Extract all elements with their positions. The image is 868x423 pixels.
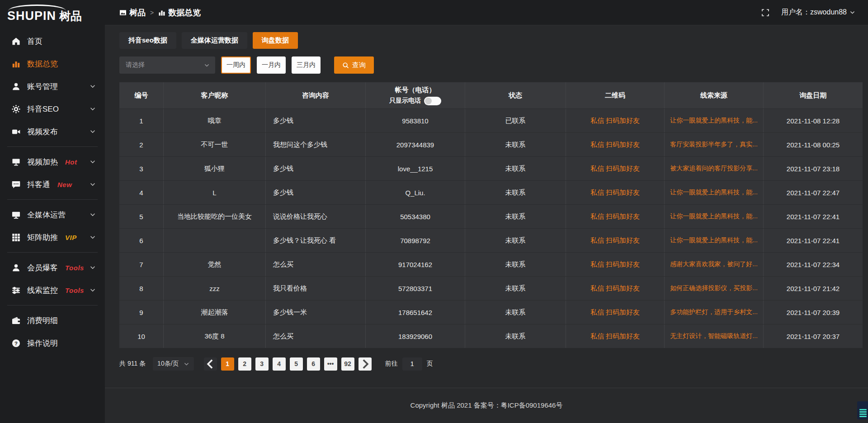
qr-links[interactable]: 私信 扫码加好友: [590, 141, 640, 149]
sidebar-item-label: 全媒体运营: [27, 210, 66, 220]
cell-id: 10: [119, 324, 164, 348]
col-header-nickname: 客户昵称: [164, 82, 266, 108]
chevron-down-icon: [849, 9, 855, 15]
sidebar-item-video-heat[interactable]: 视频加热 Hot: [0, 150, 105, 173]
cell-date: 2021-11-07 23:18: [764, 157, 863, 180]
page-button-3[interactable]: 3: [255, 357, 269, 371]
status-badge: 未联系: [465, 205, 566, 228]
qr-links[interactable]: 私信 扫码加好友: [590, 332, 640, 341]
sidebar-item-account-management[interactable]: 账号管理: [0, 75, 105, 98]
cell-content: 怎么买: [266, 324, 366, 348]
monitor-icon: [12, 211, 20, 219]
source-link[interactable]: 无主灯设计，智能磁吸轨道灯...: [670, 332, 758, 340]
sidebar-item-home[interactable]: 首页: [0, 30, 105, 52]
source-link[interactable]: 如何正确选择投影仪，买投影...: [670, 284, 758, 292]
cell-date: 2021-11-08 00:25: [764, 133, 863, 156]
sidebar-item-douketong[interactable]: 抖客通 New: [0, 173, 105, 196]
qr-links[interactable]: 私信 扫码加好友: [590, 308, 640, 317]
tab-douyin-seo-data[interactable]: 抖音seo数据: [119, 32, 176, 49]
source-link[interactable]: 让你一眼就爱上的黑科技，能...: [670, 117, 758, 125]
status-badge: 未联系: [465, 229, 566, 252]
filter-bar: 请选择 一周内 一月内 三月内 查询: [119, 56, 863, 74]
sidebar-item-lead-monitor[interactable]: 线索监控 Tools: [0, 279, 105, 301]
vip-badge: VIP: [65, 234, 77, 241]
page-button-5[interactable]: 5: [290, 357, 303, 371]
wallet-icon: [12, 316, 20, 325]
page-button-1[interactable]: 1: [221, 357, 234, 371]
col-header-content: 咨询内容: [266, 82, 366, 108]
qr-links[interactable]: 私信 扫码加好友: [590, 260, 640, 269]
account-select[interactable]: 请选择: [119, 56, 215, 74]
page-button-4[interactable]: 4: [273, 357, 286, 371]
page-button-6[interactable]: 6: [307, 357, 320, 371]
search-icon: [342, 62, 349, 69]
query-button[interactable]: 查询: [334, 56, 374, 74]
phone-only-toggle[interactable]: [424, 97, 441, 105]
cell-nickname: [164, 229, 266, 252]
breadcrumb-root[interactable]: 树品: [119, 7, 146, 18]
username-label: 用户名：zswodun88: [781, 8, 847, 17]
source-link[interactable]: 多功能护栏灯，适用于乡村文...: [670, 308, 758, 316]
cell-date: 2021-11-07 22:34: [764, 253, 863, 276]
page-button-92[interactable]: 92: [341, 357, 354, 371]
new-badge: New: [57, 181, 72, 188]
goto-page-input[interactable]: [402, 357, 422, 371]
table-row: 7 觉然 怎么买 917024162 未联系 私信 扫码加好友 感谢大家喜欢我家…: [119, 252, 863, 276]
col-header-account: 帐号（电话） 只显示电话: [366, 82, 465, 108]
user-menu[interactable]: 用户名：zswodun88: [781, 8, 855, 17]
grid-icon: [12, 233, 20, 242]
fullscreen-icon[interactable]: [761, 9, 769, 17]
tab-omnimedia-data[interactable]: 全媒体运营数据: [182, 32, 247, 49]
source-link[interactable]: 被大家追着问的客厅投影分享...: [670, 164, 758, 173]
gear-icon: [12, 105, 20, 113]
qr-links[interactable]: 私信 扫码加好友: [590, 188, 640, 197]
qr-links[interactable]: 私信 扫码加好友: [590, 236, 640, 245]
cell-date: 2021-11-07 21:42: [764, 277, 863, 300]
source-link[interactable]: 让你一眼就爱上的黑科技，能...: [670, 212, 758, 221]
source-link[interactable]: 感谢大家喜欢我家，被问了好...: [670, 260, 758, 268]
page-ellipsis-button[interactable]: •••: [324, 357, 337, 371]
breadcrumb-label: 数据总览: [168, 7, 201, 18]
qr-links[interactable]: 私信 扫码加好友: [590, 212, 640, 221]
qr-links[interactable]: 私信 扫码加好友: [590, 284, 640, 293]
qr-links[interactable]: 私信 扫码加好友: [590, 164, 640, 173]
cell-id: 5: [119, 205, 164, 228]
range-button-month[interactable]: 一月内: [257, 56, 286, 74]
cell-nickname: L: [164, 181, 266, 204]
chevron-down-icon: [90, 212, 96, 218]
prev-page-button[interactable]: [204, 357, 217, 371]
sidebar-item-label: 账号管理: [27, 81, 58, 92]
floating-widget[interactable]: [857, 401, 868, 419]
col-header-id: 编号: [119, 82, 164, 108]
table-row: 3 狐小狸 多少钱 love__1215 未联系 私信 扫码加好友 被大家追着问…: [119, 156, 863, 180]
sidebar-item-label: 会员爆客: [27, 263, 58, 273]
sidebar-item-video-publish[interactable]: 视频发布: [0, 120, 105, 143]
table-row: 1 哦章 多少钱 9583810 已联系 私信 扫码加好友 让你一眼就爱上的黑科…: [119, 108, 863, 132]
col-header-source: 线索来源: [665, 82, 764, 108]
sidebar-item-omnimedia-operation[interactable]: 全媒体运营: [0, 203, 105, 226]
sidebar-item-matrix-boost[interactable]: 矩阵助推 VIP: [0, 226, 105, 249]
source-link[interactable]: 让你一眼就爱上的黑科技，能...: [670, 188, 758, 197]
member-icon: [12, 263, 20, 272]
source-link[interactable]: 客厅安装投影半年多了，真实...: [670, 141, 758, 149]
sidebar-item-member-burst[interactable]: 会员爆客 Tools: [0, 256, 105, 279]
status-badge: 未联系: [465, 301, 566, 324]
inquiry-table: 编号 客户昵称 咨询内容 帐号（电话） 只显示电话 状态 二维码 线索来源 询盘…: [119, 82, 863, 348]
page-button-2[interactable]: 2: [238, 357, 251, 371]
qr-links[interactable]: 私信 扫码加好友: [590, 117, 640, 125]
next-page-button[interactable]: [359, 357, 372, 371]
source-link[interactable]: 让你一眼就爱上的黑科技，能...: [670, 236, 758, 244]
range-button-week[interactable]: 一周内: [221, 56, 251, 74]
chevron-down-icon: [184, 361, 189, 367]
sidebar-item-douyin-seo[interactable]: 抖音SEO: [0, 98, 105, 120]
sidebar-item-consumption-detail[interactable]: 消费明细: [0, 309, 105, 332]
chat-icon: [12, 180, 20, 189]
sidebar-item-instructions[interactable]: ? 操作说明: [0, 332, 105, 354]
range-button-quarter[interactable]: 三月内: [292, 56, 321, 74]
sidebar-item-label: 视频加热: [27, 157, 58, 167]
page-size-select[interactable]: 10条/页: [153, 357, 193, 371]
table-row: 10 36度 8 怎么买 183929060 未联系 私信 扫码加好友 无主灯设…: [119, 324, 863, 348]
tab-inquiry-data[interactable]: 询盘数据: [253, 32, 298, 49]
sidebar-item-data-overview[interactable]: 数据总览: [0, 52, 105, 75]
chevron-down-icon: [90, 287, 96, 293]
